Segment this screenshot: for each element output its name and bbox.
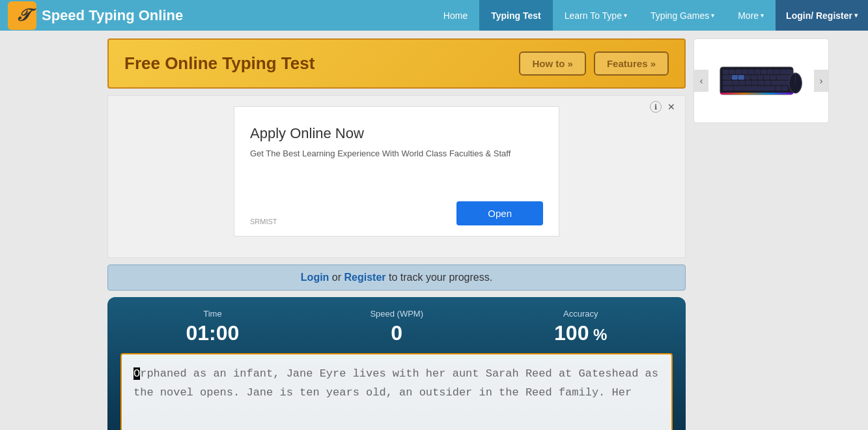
accuracy-label: Accuracy bbox=[554, 309, 607, 319]
svg-rect-32 bbox=[720, 93, 793, 94]
time-value: 01:00 bbox=[186, 321, 240, 345]
ad-card-title: Apply Online Now bbox=[250, 125, 543, 142]
svg-rect-24 bbox=[752, 81, 757, 85]
svg-rect-28 bbox=[723, 86, 733, 90]
track-text: to track your progress. bbox=[386, 272, 493, 283]
features-button[interactable]: Features » bbox=[594, 51, 669, 76]
svg-rect-9 bbox=[774, 70, 779, 74]
typing-text-box[interactable]: Orphaned as an infant, Jane Eyre lives w… bbox=[120, 353, 673, 430]
login-link[interactable]: Login bbox=[301, 272, 329, 283]
svg-rect-4 bbox=[742, 70, 748, 74]
svg-rect-30 bbox=[776, 86, 781, 90]
register-link[interactable]: Register bbox=[344, 272, 386, 283]
svg-rect-5 bbox=[748, 70, 753, 74]
svg-rect-26 bbox=[765, 81, 770, 85]
center-area: Free Online Typing Test How to » Feature… bbox=[0, 31, 693, 430]
chevron-down-icon: ▾ bbox=[854, 12, 858, 19]
ad-info-icon[interactable]: ℹ bbox=[650, 101, 662, 113]
ad-container: ℹ ✕ Apply Online Now Get The Best Learni… bbox=[107, 95, 686, 258]
svg-rect-16 bbox=[757, 76, 763, 79]
nav-home[interactable]: Home bbox=[432, 0, 479, 31]
banner-buttons: How to » Features » bbox=[519, 51, 669, 76]
accuracy-value: 100 % bbox=[554, 321, 607, 345]
ad-card: Apply Online Now Get The Best Learning E… bbox=[234, 106, 559, 236]
svg-rect-21 bbox=[733, 81, 738, 85]
ad-open-button[interactable]: Open bbox=[456, 201, 543, 225]
svg-rect-14 bbox=[745, 76, 750, 79]
accuracy-stat: Accuracy 100 % bbox=[554, 309, 607, 345]
svg-rect-10 bbox=[780, 70, 792, 74]
main-content: Free Online Typing Test How to » Feature… bbox=[0, 31, 868, 430]
speed-value: 0 bbox=[370, 321, 423, 345]
time-stat: Time 01:00 bbox=[186, 309, 240, 345]
main-nav: Home Typing Test Learn To Type ▾ Typing … bbox=[432, 0, 868, 31]
logo-icon: 𝒯 bbox=[8, 1, 36, 30]
svg-rect-12 bbox=[732, 76, 737, 79]
svg-rect-3 bbox=[736, 70, 741, 74]
svg-rect-18 bbox=[770, 76, 776, 79]
svg-rect-22 bbox=[739, 81, 744, 85]
nav-typing-test[interactable]: Typing Test bbox=[479, 0, 552, 31]
time-label: Time bbox=[186, 309, 240, 319]
nav-learn-to-type[interactable]: Learn To Type ▾ bbox=[553, 0, 639, 31]
chevron-down-icon: ▾ bbox=[761, 12, 764, 19]
ad-controls: ℹ ✕ bbox=[650, 101, 677, 113]
svg-rect-2 bbox=[729, 70, 735, 74]
or-text: or bbox=[329, 272, 344, 283]
typing-section: Time 01:00 Speed (WPM) 0 Accuracy 100 % … bbox=[107, 297, 686, 430]
typing-stats: Time 01:00 Speed (WPM) 0 Accuracy 100 % bbox=[120, 309, 673, 345]
login-register-bar: Login or Register to track your progress… bbox=[107, 265, 686, 291]
svg-rect-25 bbox=[759, 81, 764, 85]
keyboard-ad-widget: ‹ bbox=[693, 38, 829, 123]
nav-more[interactable]: More ▾ bbox=[726, 0, 776, 31]
logo-text: Speed Typing Online bbox=[42, 7, 183, 24]
nav-typing-games[interactable]: Typing Games ▾ bbox=[639, 0, 726, 31]
svg-rect-17 bbox=[764, 76, 769, 79]
speed-stat: Speed (WPM) 0 bbox=[370, 309, 423, 345]
chevron-down-icon: ▾ bbox=[624, 12, 627, 19]
nav-login-register[interactable]: Login/ Register ▾ bbox=[776, 0, 868, 31]
svg-rect-23 bbox=[746, 81, 751, 85]
carousel-prev-button[interactable]: ‹ bbox=[694, 70, 708, 92]
svg-rect-15 bbox=[751, 76, 757, 79]
banner-title: Free Online Typing Test bbox=[124, 53, 315, 74]
typing-test-banner: Free Online Typing Test How to » Feature… bbox=[107, 38, 686, 89]
svg-rect-31 bbox=[782, 86, 787, 90]
right-sidebar: ‹ bbox=[693, 31, 837, 430]
svg-rect-13 bbox=[738, 76, 744, 79]
typing-cursor-char: O bbox=[133, 367, 140, 380]
chevron-down-icon: ▾ bbox=[711, 12, 714, 19]
svg-rect-7 bbox=[761, 70, 766, 74]
svg-rect-11 bbox=[723, 76, 731, 79]
svg-rect-29 bbox=[734, 86, 775, 90]
svg-rect-1 bbox=[723, 70, 728, 74]
ad-card-text: Get The Best Learning Experience With Wo… bbox=[250, 149, 543, 158]
carousel-next-button[interactable]: › bbox=[814, 70, 828, 92]
typing-text: rphaned as an infant, Jane Eyre lives wi… bbox=[133, 367, 658, 399]
svg-rect-6 bbox=[755, 70, 760, 74]
keyboard-image bbox=[716, 55, 807, 107]
ad-close-icon[interactable]: ✕ bbox=[665, 101, 677, 113]
svg-rect-20 bbox=[723, 81, 732, 85]
logo-link[interactable]: 𝒯 Speed Typing Online bbox=[0, 1, 191, 30]
header: 𝒯 Speed Typing Online Home Typing Test L… bbox=[0, 0, 868, 31]
svg-rect-8 bbox=[768, 70, 773, 74]
speed-label: Speed (WPM) bbox=[370, 309, 423, 319]
ad-source-label: SRMIST bbox=[250, 218, 277, 225]
how-to-button[interactable]: How to » bbox=[519, 51, 586, 76]
